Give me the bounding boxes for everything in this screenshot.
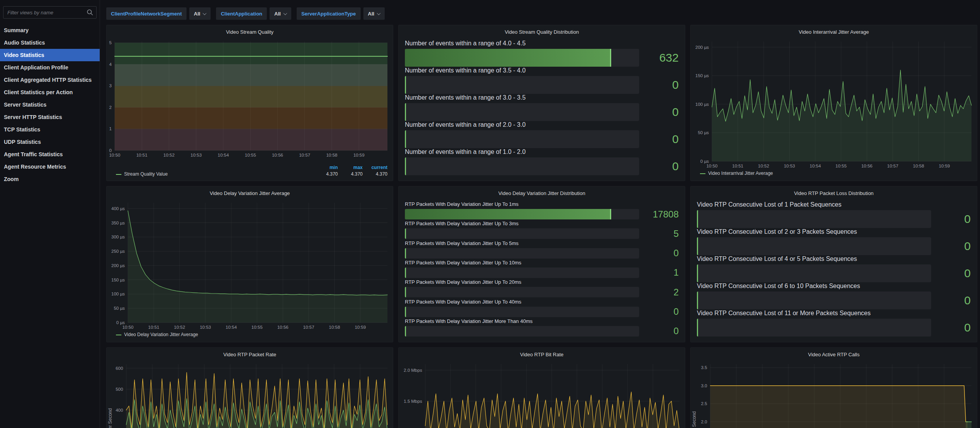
svg-text:10:52: 10:52	[174, 325, 185, 330]
svg-text:10:59: 10:59	[353, 153, 365, 157]
sidebar-item-audio-statistics[interactable]: Audio Statistics	[0, 36, 100, 49]
bar-gauge-min-line	[405, 268, 406, 278]
legend-stat-value: 4.370	[363, 171, 387, 177]
bar-gauge-line: 0	[405, 248, 679, 259]
bar-gauge-fill	[405, 49, 611, 67]
svg-text:0: 0	[109, 148, 111, 153]
bar-gauge-value: 1	[643, 268, 679, 277]
svg-text:3.0: 3.0	[701, 383, 707, 388]
bar-gauge: RTP Packets With Delay Variation Jitter …	[399, 200, 685, 342]
svg-text:2: 2	[109, 105, 111, 110]
panel-video-active-rtp-calls: Video Active RTP Calls2.02.53.03.510:501…	[690, 347, 977, 428]
chart-canvas[interactable]: 0 µs50 µs100 µs150 µs200 µs10:5010:5110:…	[691, 38, 977, 171]
sidebar-item-tcp-statistics[interactable]: TCP Statistics	[0, 123, 100, 136]
svg-text:10:54: 10:54	[810, 164, 821, 168]
panel-title[interactable]: Video RTP Packet Loss Distribution	[691, 186, 977, 200]
svg-text:200 µs: 200 µs	[695, 45, 709, 50]
chart-canvas[interactable]: 2.02.53.03.510:5010:5110:5210:5310:5410:…	[691, 361, 977, 428]
svg-text:10:52: 10:52	[758, 164, 769, 168]
sidebar-item-client-aggregated-http-statistics[interactable]: Client Aggregated HTTP Statistics	[0, 74, 100, 86]
bar-gauge-row: Number of events within a range of 4.0 -…	[405, 40, 679, 67]
bar-gauge-line: 17808	[405, 209, 679, 219]
panel-title[interactable]: Video Delay Variation Jitter Distributio…	[399, 186, 685, 200]
sidebar-item-client-statistics-per-action[interactable]: Client Statistics per Action	[0, 86, 100, 98]
legend-stat-max[interactable]: max	[338, 165, 363, 170]
svg-text:10:58: 10:58	[329, 325, 340, 330]
sidebar-item-client-application-profile[interactable]: Client Application Profile	[0, 61, 100, 74]
panel-title[interactable]: Video Interarrival Jitter Average	[691, 25, 977, 38]
svg-text:600: 600	[116, 366, 123, 371]
bar-gauge-min-line	[697, 319, 698, 337]
variable-selected-value: All	[368, 11, 375, 17]
chart-canvas[interactable]: 0 µs50 µs100 µs150 µs200 µs250 µs300 µs3…	[107, 200, 393, 332]
bar-gauge-min-line	[405, 326, 406, 337]
legend-item[interactable]: Video Interarrival Jitter Average	[700, 171, 773, 176]
bar-gauge-track	[697, 210, 931, 228]
bar-gauge-value: 17808	[643, 210, 679, 219]
bar-gauge-row: RTP Packets With Delay Variation Jitter …	[405, 299, 679, 317]
panel-video-rtp-packet-loss-distribution: Video RTP Packet Loss DistributionVideo …	[690, 186, 977, 342]
svg-text:10:57: 10:57	[299, 153, 310, 157]
variable-value-dropdown[interactable]: All	[189, 7, 211, 20]
bar-gauge-min-line	[405, 157, 406, 175]
sidebar-item-zoom[interactable]: Zoom	[0, 173, 100, 185]
bar-gauge-label: Video RTP Consecutive Lost of 11 or More…	[697, 310, 971, 317]
panel-title[interactable]: Video Delay Variation Jitter Average	[107, 186, 393, 200]
svg-text:300 µs: 300 µs	[111, 235, 125, 239]
panel-title[interactable]: Video RTP Bit Rate	[399, 348, 685, 361]
svg-text:2.0 Mbps: 2.0 Mbps	[404, 368, 422, 373]
bar-gauge-value: 632	[643, 52, 679, 64]
bar-gauge-min-line	[697, 210, 698, 228]
sidebar-item-summary[interactable]: Summary	[0, 24, 100, 36]
sidebar-item-agent-resource-metrics[interactable]: Agent Resource Metrics	[0, 160, 100, 173]
svg-text:500: 500	[116, 387, 123, 392]
bar-gauge-track	[697, 292, 931, 309]
panel-body: 01234510:5010:5110:5210:5310:5410:5510:5…	[107, 38, 393, 181]
legend: Video Interarrival Jitter Average	[691, 171, 977, 181]
variable-label-clientapplication[interactable]: ClientApplication	[216, 7, 267, 20]
panel-title[interactable]: Video Stream Quality Distribution	[399, 25, 685, 38]
panel-title[interactable]: Video RTP Packet Rate	[107, 348, 393, 361]
chart-plot-area: 01234510:5010:5110:5210:5310:5410:5510:5…	[107, 38, 393, 160]
search-input[interactable]	[3, 6, 97, 19]
bar-gauge-value: 5	[643, 229, 679, 238]
sidebar-item-server-statistics[interactable]: Server Statistics	[0, 98, 100, 111]
sidebar-item-agent-traffic-statistics[interactable]: Agent Traffic Statistics	[0, 148, 100, 160]
bar-gauge-row: Video RTP Consecutive Lost of 2 or 3 Pac…	[697, 228, 971, 255]
chart-canvas[interactable]: 01234510:5010:5110:5210:5310:5410:5510:5…	[107, 38, 393, 160]
sidebar-item-udp-statistics[interactable]: UDP Statistics	[0, 136, 100, 148]
svg-text:10:59: 10:59	[939, 164, 950, 168]
panel-title[interactable]: Video Active RTP Calls	[691, 348, 977, 361]
variable-value-dropdown[interactable]: All	[363, 7, 385, 20]
bar-gauge-line: 0	[405, 157, 679, 175]
variable-value-dropdown[interactable]: All	[270, 7, 291, 20]
bar-gauge-min-line	[405, 248, 406, 259]
svg-text:10:57: 10:57	[887, 164, 899, 168]
legend-stat-current[interactable]: current	[363, 165, 387, 170]
bar-gauge-row: Video RTP Consecutive Lost of 4 or 5 Pac…	[697, 255, 971, 282]
legend-series-marker	[116, 335, 121, 335]
legend-series-name: Video Interarrival Jitter Average	[708, 171, 773, 176]
variable-group-clientprofilenetworksegment: ClientProfileNetworkSegmentAll	[106, 7, 211, 20]
bar-gauge-line: 2	[405, 287, 679, 297]
chart-plot-area: 1.0 Mbps1.5 Mbps2.0 Mbps10:5010:5110:521…	[399, 361, 685, 428]
bar-gauge-line: 0	[405, 307, 679, 317]
sidebar-item-video-statistics[interactable]: Video Statistics	[0, 49, 100, 61]
variable-label-serverapplicationtype[interactable]: ServerApplicationType	[297, 7, 361, 20]
svg-text:2.0: 2.0	[701, 419, 707, 424]
svg-text:50 µs: 50 µs	[114, 306, 125, 311]
legend-item[interactable]: Video Delay Variation Jitter Average	[116, 332, 198, 337]
bar-gauge-value: 0	[643, 79, 679, 91]
legend-item[interactable]: Stream Quality Value	[116, 171, 313, 177]
legend-stat-min[interactable]: min	[313, 165, 338, 170]
sidebar-item-server-http-statistics[interactable]: Server HTTP Statistics	[0, 111, 100, 123]
chart-canvas[interactable]: 10020030040050060010:5010:5110:5210:5310…	[107, 361, 393, 428]
panel-title[interactable]: Video Stream Quality	[107, 25, 393, 38]
view-filter	[3, 6, 97, 19]
variable-group-clientapplication: ClientApplicationAll	[216, 7, 291, 20]
variable-label-clientprofilenetworksegment[interactable]: ClientProfileNetworkSegment	[106, 7, 187, 20]
chart-canvas[interactable]: 1.0 Mbps1.5 Mbps2.0 Mbps10:5010:5110:521…	[399, 361, 685, 428]
bar-gauge-row: Video RTP Consecutive Lost of 1 Packet S…	[697, 201, 971, 228]
bar-gauge-track	[405, 287, 639, 297]
bar-gauge-track	[405, 268, 639, 278]
